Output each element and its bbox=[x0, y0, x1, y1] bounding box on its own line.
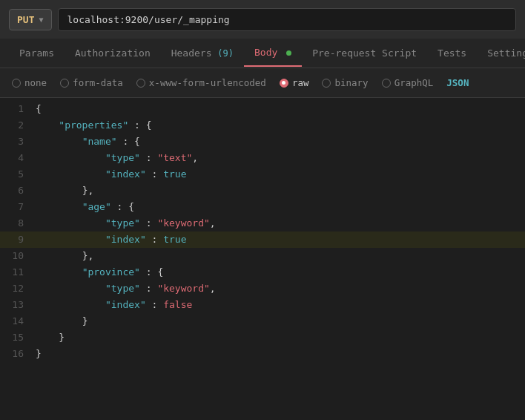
line-content: "type" : "keyword", bbox=[36, 215, 525, 232]
radio-graphql-label: GraphQL bbox=[394, 77, 434, 88]
radio-binary-circle bbox=[322, 79, 331, 88]
table-row: 14 } bbox=[0, 313, 525, 329]
line-number: 11 bbox=[0, 264, 36, 280]
url-bar: PUT ▼ bbox=[0, 0, 525, 39]
line-content: }, bbox=[36, 248, 525, 264]
line-content: } bbox=[36, 329, 525, 346]
tab-bar: Params Authorization Headers (9) Body Pr… bbox=[0, 39, 525, 68]
headers-badge: (9) bbox=[217, 48, 234, 59]
radio-none-label: none bbox=[24, 77, 47, 88]
radio-urlencoded-label: x-www-form-urlencoded bbox=[149, 77, 266, 88]
line-content: "properties" : { bbox=[36, 117, 525, 134]
line-number: 16 bbox=[0, 346, 36, 362]
radio-none-circle bbox=[12, 79, 21, 88]
radio-form-data[interactable]: form-data bbox=[60, 77, 123, 88]
line-content: { bbox=[36, 101, 525, 117]
line-content: "name" : { bbox=[36, 134, 525, 150]
radio-binary[interactable]: binary bbox=[322, 77, 368, 88]
line-number: 3 bbox=[0, 134, 36, 150]
table-row: 2 "properties" : { bbox=[0, 117, 525, 134]
table-row: 13 "index" : false bbox=[0, 297, 525, 313]
line-content: "index" : false bbox=[36, 297, 525, 313]
line-number: 1 bbox=[0, 101, 36, 117]
table-row: 12 "type" : "keyword", bbox=[0, 280, 525, 297]
tab-prerequest[interactable]: Pre-request Script bbox=[302, 40, 427, 66]
line-number: 12 bbox=[0, 280, 36, 297]
table-row: 8 "type" : "keyword", bbox=[0, 215, 525, 232]
radio-raw-circle bbox=[280, 79, 288, 88]
radio-form-data-circle bbox=[60, 79, 69, 88]
json-type-label[interactable]: JSON bbox=[446, 77, 469, 88]
line-number: 6 bbox=[0, 183, 36, 199]
method-selector[interactable]: PUT ▼ bbox=[9, 9, 52, 30]
radio-urlencoded[interactable]: x-www-form-urlencoded bbox=[136, 77, 266, 88]
table-row: 10 }, bbox=[0, 248, 525, 264]
table-row: 3 "name" : { bbox=[0, 134, 525, 150]
line-number: 13 bbox=[0, 297, 36, 313]
line-content: } bbox=[36, 313, 525, 329]
url-input[interactable] bbox=[58, 8, 516, 31]
line-number: 14 bbox=[0, 313, 36, 329]
table-row: 7 "age" : { bbox=[0, 199, 525, 215]
table-row: 4 "type" : "text", bbox=[0, 150, 525, 166]
radio-graphql-circle bbox=[382, 79, 391, 88]
line-number: 5 bbox=[0, 166, 36, 183]
tab-tests[interactable]: Tests bbox=[427, 40, 477, 66]
line-number: 8 bbox=[0, 215, 36, 232]
line-content: "province" : { bbox=[36, 264, 525, 280]
line-content: "age" : { bbox=[36, 199, 525, 215]
line-number: 7 bbox=[0, 199, 36, 215]
radio-raw-label: raw bbox=[292, 77, 309, 88]
body-type-bar: none form-data x-www-form-urlencoded raw… bbox=[0, 68, 525, 98]
line-number: 15 bbox=[0, 329, 36, 346]
line-number: 10 bbox=[0, 248, 36, 264]
line-content: } bbox=[36, 346, 525, 362]
line-content: }, bbox=[36, 183, 525, 199]
radio-none[interactable]: none bbox=[12, 77, 47, 88]
tab-params[interactable]: Params bbox=[9, 40, 65, 66]
table-row: 6 }, bbox=[0, 183, 525, 199]
tab-authorization[interactable]: Authorization bbox=[65, 40, 161, 66]
line-number: 2 bbox=[0, 117, 36, 134]
body-dot bbox=[286, 50, 291, 56]
line-content: "index" : true bbox=[36, 232, 525, 248]
table-row: 11 "province" : { bbox=[0, 264, 525, 280]
line-content: "type" : "text", bbox=[36, 150, 525, 166]
tab-headers[interactable]: Headers (9) bbox=[161, 40, 244, 66]
radio-raw[interactable]: raw bbox=[280, 77, 309, 88]
radio-form-data-label: form-data bbox=[73, 77, 123, 88]
radio-urlencoded-circle bbox=[136, 79, 145, 88]
method-label: PUT bbox=[17, 14, 34, 25]
line-content: "index" : true bbox=[36, 166, 525, 183]
radio-binary-label: binary bbox=[334, 77, 368, 88]
chevron-down-icon: ▼ bbox=[39, 16, 43, 24]
tab-settings[interactable]: Settings bbox=[477, 40, 525, 66]
code-editor[interactable]: 1 { 2 "properties" : { 3 "name" : { 4 "t… bbox=[0, 98, 525, 365]
line-number: 4 bbox=[0, 150, 36, 166]
table-row: 16 } bbox=[0, 346, 525, 362]
table-row: 5 "index" : true bbox=[0, 166, 525, 183]
line-number: 9 bbox=[0, 232, 36, 248]
line-content: "type" : "keyword", bbox=[36, 280, 525, 297]
tab-body[interactable]: Body bbox=[244, 39, 302, 67]
table-row: 1 { bbox=[0, 101, 525, 117]
table-row: 9 "index" : true bbox=[0, 232, 525, 248]
radio-graphql[interactable]: GraphQL bbox=[382, 77, 434, 88]
table-row: 15 } bbox=[0, 329, 525, 346]
